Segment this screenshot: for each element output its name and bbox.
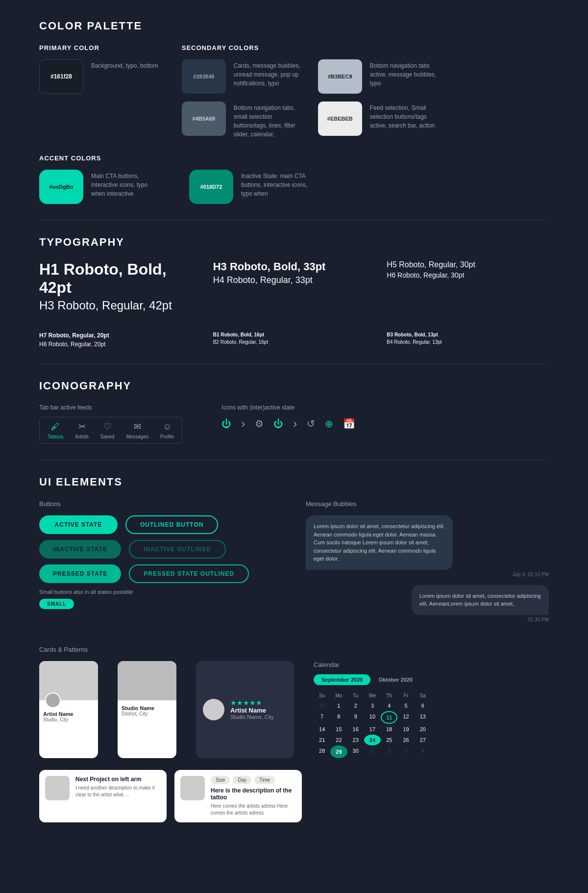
cal-cell[interactable]: 8	[330, 711, 347, 724]
accent-swatch-0: #ooDgBo	[39, 170, 83, 204]
cal-cell[interactable]: 4	[415, 745, 431, 758]
outlined-btn[interactable]: OUTLINED BUTTON	[125, 515, 218, 534]
cal-cell-highlighted[interactable]: 29	[330, 745, 347, 758]
cal-cell[interactable]: 26	[397, 735, 414, 745]
cal-cell[interactable]: 3	[364, 700, 381, 711]
booking-tag-time[interactable]: Time	[254, 776, 275, 784]
cards-label: Cards & Patterns	[39, 646, 549, 653]
cal-cell[interactable]: 31	[314, 700, 330, 711]
btn-row-2: INACTIVE STATE INACTIVE OUTLINED	[39, 540, 282, 559]
cal-cell[interactable]: 10	[364, 711, 381, 724]
cal-cell-selected[interactable]: 24	[364, 735, 381, 745]
primary-label: PRIMARY COLOR	[39, 44, 158, 51]
cal-cell[interactable]: 2	[381, 745, 397, 758]
artist-card-avatar	[45, 692, 61, 708]
typo-h5-bold: H5 Roboto, Regular, 30pt	[387, 260, 549, 269]
cal-cell[interactable]: 25	[381, 735, 397, 745]
cal-cell[interactable]: 30	[347, 745, 364, 758]
cal-cell[interactable]: 17	[364, 724, 381, 735]
secondary-label: SECONDARY COLORS	[182, 44, 439, 51]
power-icon-2[interactable]: ⏻	[273, 418, 283, 430]
cal-cell[interactable]: 27	[415, 735, 431, 745]
studio-card-image	[118, 661, 176, 700]
booking-card-2[interactable]: Size Day Time Here is the description of…	[174, 770, 302, 822]
small-btn[interactable]: SMALL	[39, 599, 74, 609]
chevron-right-icon[interactable]: ›	[241, 417, 245, 431]
pressed-state-btn[interactable]: PRESSED STATE	[39, 564, 121, 583]
artist-profile-card[interactable]: ★★★★★ Artist Name Studio Name, City	[196, 661, 294, 758]
cal-cell[interactable]: 15	[330, 724, 347, 735]
chevron-right-icon-2[interactable]: ›	[293, 417, 297, 431]
loop-icon[interactable]: ↺	[307, 418, 315, 430]
calendar-month-tabs: September 2020 Oktober 2020	[314, 674, 431, 685]
cal-cell[interactable]: 21	[314, 735, 330, 745]
tab-item-messages[interactable]: ✉ Messages	[126, 421, 148, 439]
booking-card-1[interactable]: Next Project on left arm I need another …	[39, 770, 167, 822]
cal-cell[interactable]: 22	[330, 735, 347, 745]
typo-group-1: H1 Roboto, Bold, 42pt H3 Roboto, Regular…	[39, 260, 201, 312]
cal-cell[interactable]: 16	[347, 724, 364, 735]
profile-stars: ★★★★★	[230, 699, 274, 707]
small-btn-note: Small buttons also in all states possibl…	[39, 589, 282, 595]
cal-cell[interactable]: 7	[314, 711, 330, 724]
cal-cell[interactable]: 5	[397, 700, 414, 711]
booking-tag-day[interactable]: Day	[233, 776, 251, 784]
secondary-color-item-1: #4B5A69 Bottom navigation tabs, small se…	[182, 102, 302, 139]
tab-bar-group: Tab bar active feeds 🖋 Tattoos ✂ Artists…	[39, 404, 182, 444]
active-state-btn[interactable]: ACTIVE STATE	[39, 515, 118, 534]
calendar-icon[interactable]: 📅	[343, 418, 355, 430]
cal-cell-today[interactable]: 11	[381, 711, 397, 724]
msg-bubble-received: Lorem ipsum dolor sit amet, consectetur …	[306, 515, 453, 570]
calendar-tab-okt[interactable]: Oktober 2020	[370, 674, 420, 685]
accent-desc-0: Main CTA buttons, interactive icons, typ…	[91, 170, 160, 198]
accent-label: ACCENT COLORS	[39, 154, 549, 162]
cal-cell[interactable]: 1	[330, 700, 347, 711]
color-palette-section: COLOR PALETTE PRIMARY COLOR #161f28 Back…	[39, 20, 549, 204]
booking-title-1: Next Project on left arm	[75, 776, 161, 783]
tab-item-saved[interactable]: ♡ Saved	[100, 421, 114, 439]
add-icon[interactable]: ⊕	[325, 418, 333, 430]
cal-cell[interactable]: 12	[397, 711, 414, 724]
inactive-outlined-btn[interactable]: INACTIVE OUTLINED	[129, 540, 226, 559]
cal-cell[interactable]: 3	[397, 745, 414, 758]
pressed-outlined-btn[interactable]: PRESSED STATE OUTLINED	[129, 564, 249, 583]
cal-cell[interactable]: 2	[347, 700, 364, 711]
cal-cell[interactable]: 13	[415, 711, 431, 724]
power-icon[interactable]: ⏻	[221, 418, 231, 430]
cal-cell[interactable]: 20	[415, 724, 431, 735]
secondary-colors-grid: #283848 Cards, message bubbles, unread m…	[182, 59, 439, 139]
secondary-color-item-3: #EBEBEB Feed selection, Small selection …	[318, 102, 439, 139]
tab-item-artists[interactable]: ✂ Artists	[75, 421, 89, 439]
cal-cell[interactable]: 1	[364, 745, 381, 758]
cal-cell[interactable]: 14	[314, 724, 330, 735]
secondary-desc-1: Bottom navigation tabs, small selection …	[234, 102, 302, 139]
accent-color-item-1: #018D72 Inactive State: main CTA buttons…	[189, 170, 310, 204]
artists-icon: ✂	[78, 421, 86, 432]
primary-color-item: #161f28 Background, typo, bottom	[39, 59, 158, 94]
saved-icon: ♡	[103, 421, 111, 432]
inactive-state-btn[interactable]: INACTIVE STATE	[39, 540, 121, 559]
typography-section: TYPOGRAPHY H1 Roboto, Bold, 42pt H3 Robo…	[39, 236, 549, 348]
cal-cell[interactable]: 4	[381, 700, 397, 711]
typo-group-6: B3 Roboto, Bold, 13pt B4 Roboto, Regular…	[387, 332, 549, 348]
cal-cell[interactable]: 19	[397, 724, 414, 735]
cal-cell[interactable]: 23	[347, 735, 364, 745]
cal-cell[interactable]: 9	[347, 711, 364, 724]
accent-color-item-0: #ooDgBo Main CTA buttons, interactive ic…	[39, 170, 160, 204]
tab-label-saved: Saved	[100, 434, 114, 439]
booking-tag-size[interactable]: Size	[211, 776, 230, 784]
cal-cell[interactable]: 18	[381, 724, 397, 735]
cal-cell[interactable]: 6	[415, 700, 431, 711]
studio-card[interactable]: Studio Name District, City	[118, 661, 176, 758]
typo-h3-bold: H3 Roboto, Bold, 33pt	[213, 260, 375, 273]
filter-icon[interactable]: ⚙	[255, 418, 264, 430]
booking-info-1: Next Project on left arm I need another …	[75, 776, 161, 798]
primary-swatch: #161f28	[39, 59, 83, 94]
tab-item-tattoos[interactable]: 🖋 Tattoos	[48, 422, 63, 439]
tab-item-profile[interactable]: ☺ Profile	[160, 422, 174, 439]
secondary-desc-0: Cards, message bubbles, unread message, …	[234, 59, 302, 88]
cal-cell[interactable]: 28	[314, 745, 330, 758]
artist-card[interactable]: Artist Name Studio, City	[39, 661, 98, 758]
booking-tags: Size Day Time	[211, 776, 296, 784]
calendar-tab-sep[interactable]: September 2020	[314, 674, 370, 685]
